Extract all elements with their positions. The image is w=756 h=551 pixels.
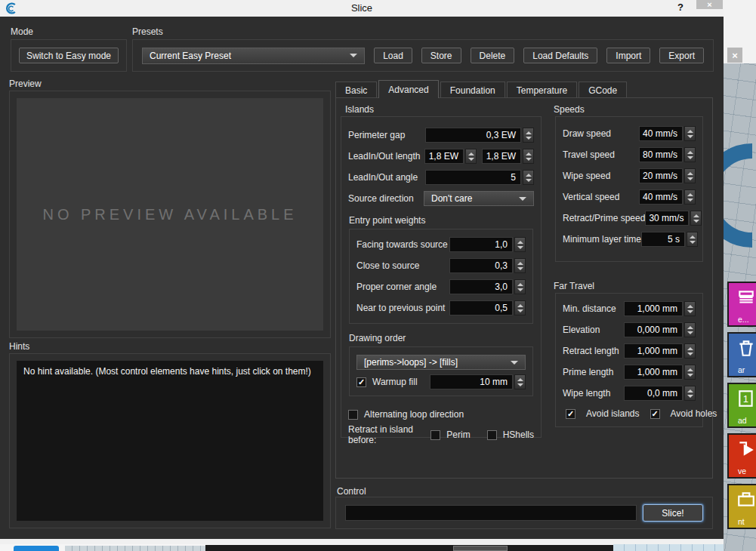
spinner-down-icon[interactable]: [690, 241, 696, 244]
leadinout-angle-field[interactable]: 5: [425, 170, 521, 185]
spinner-up-icon[interactable]: [687, 193, 693, 196]
spinner-down-icon[interactable]: [517, 309, 523, 312]
spinner-up-icon[interactable]: [526, 152, 532, 155]
retract-hshells-checkbox[interactable]: [487, 430, 497, 440]
min-layer-time-field[interactable]: 5 s: [641, 232, 685, 247]
warmup-fill-field[interactable]: 10 mm: [430, 374, 513, 389]
spinner-down-icon[interactable]: [526, 179, 532, 182]
tab-basic[interactable]: Basic: [335, 82, 377, 98]
corner-angle-spinner[interactable]: [514, 279, 526, 294]
spinner-down-icon[interactable]: [526, 158, 532, 161]
tab-gcode[interactable]: GCode: [579, 82, 627, 98]
load-defaults-button[interactable]: Load Defaults: [523, 48, 597, 63]
spinner-up-icon[interactable]: [687, 389, 693, 392]
alternating-loop-checkbox[interactable]: [348, 410, 358, 420]
spinner-up-icon[interactable]: [687, 326, 693, 329]
spinner-down-icon[interactable]: [687, 310, 693, 313]
spinner-up-icon[interactable]: [687, 305, 693, 308]
draw-speed-spinner[interactable]: [684, 126, 696, 141]
leadout-length-spinner[interactable]: [523, 149, 534, 164]
retract-prime-speed-spinner[interactable]: [690, 211, 702, 226]
spinner-down-icon[interactable]: [687, 135, 693, 138]
spinner-up-icon[interactable]: [690, 235, 696, 239]
spinner-down-icon[interactable]: [526, 137, 532, 140]
perimeter-gap-spinner[interactable]: [523, 128, 534, 143]
retract-perim-checkbox[interactable]: [430, 430, 440, 440]
spinner-up-icon[interactable]: [687, 172, 693, 175]
spinner-down-icon[interactable]: [693, 220, 699, 223]
spinner-up-icon[interactable]: [526, 174, 532, 177]
sidebar-save-button[interactable]: ve: [727, 433, 756, 479]
spinner-up-icon[interactable]: [517, 283, 523, 286]
spinner-down-icon[interactable]: [687, 177, 693, 180]
spinner-up-icon[interactable]: [468, 152, 474, 155]
tab-advanced[interactable]: Advanced: [378, 80, 438, 98]
export-button[interactable]: Export: [659, 48, 704, 63]
slice-button[interactable]: Slice!: [643, 504, 703, 522]
spinner-down-icon[interactable]: [687, 395, 693, 398]
retract-prime-speed-field[interactable]: 30 mm/s: [645, 211, 689, 226]
leadinout-angle-spinner[interactable]: [523, 170, 534, 185]
near-previous-field[interactable]: 0,5: [449, 300, 513, 316]
leadout-length-field[interactable]: 1,8 EW: [482, 149, 521, 164]
spinner-up-icon[interactable]: [687, 368, 693, 371]
vertical-speed-field[interactable]: 40 mm/s: [639, 189, 683, 205]
spinner-up-icon[interactable]: [687, 347, 693, 350]
warmup-fill-checkbox[interactable]: ✓: [356, 377, 366, 387]
preset-select[interactable]: Current Easy Preset: [142, 48, 365, 64]
travel-speed-spinner[interactable]: [684, 147, 696, 162]
spinner-down-icon[interactable]: [687, 374, 693, 377]
corner-angle-field[interactable]: 3,0: [449, 279, 513, 294]
draw-speed-field[interactable]: 40 mm/s: [639, 126, 683, 141]
vertical-speed-spinner[interactable]: [684, 189, 696, 205]
load-button[interactable]: Load: [374, 48, 412, 63]
min-distance-field[interactable]: 1,000 mm: [624, 301, 683, 316]
avoid-islands-checkbox[interactable]: ✓: [566, 409, 575, 419]
sidebar-print-button[interactable]: nt: [727, 484, 756, 529]
close-source-field[interactable]: 0,3: [449, 258, 513, 273]
drawing-order-select[interactable]: [perims->loops] -> [fills]: [356, 355, 526, 370]
sidebar-load-button[interactable]: 1 ad: [727, 383, 756, 428]
wipe-speed-field[interactable]: 20 mm/s: [639, 168, 683, 183]
spinner-down-icon[interactable]: [517, 383, 523, 386]
spinner-down-icon[interactable]: [517, 246, 523, 249]
tab-foundation[interactable]: Foundation: [440, 82, 505, 98]
switch-easy-mode-button[interactable]: Switch to Easy mode: [19, 48, 119, 63]
sidebar-clear-button[interactable]: ar: [727, 332, 756, 377]
source-direction-select[interactable]: Don't care: [424, 191, 534, 206]
min-distance-spinner[interactable]: [684, 301, 696, 316]
close-source-spinner[interactable]: [514, 258, 526, 273]
spinner-down-icon[interactable]: [517, 288, 523, 291]
tab-temperature[interactable]: Temperature: [507, 82, 577, 98]
spinner-up-icon[interactable]: [517, 241, 523, 244]
spinner-down-icon[interactable]: [687, 352, 693, 356]
prime-length-field[interactable]: 1,000 mm: [624, 365, 683, 380]
leadin-length-spinner[interactable]: [465, 149, 477, 164]
spinner-down-icon[interactable]: [468, 158, 474, 161]
spinner-up-icon[interactable]: [693, 214, 699, 217]
facing-source-field[interactable]: 1,0: [449, 237, 513, 252]
elevation-spinner[interactable]: [684, 322, 696, 337]
leadin-length-field[interactable]: 1,8 EW: [424, 149, 464, 164]
close-icon[interactable]: ×: [696, 0, 723, 9]
spinner-up-icon[interactable]: [517, 262, 523, 265]
near-previous-spinner[interactable]: [514, 300, 526, 316]
perimeter-gap-field[interactable]: 0,3 EW: [425, 128, 521, 143]
sidebar-slice-button[interactable]: e...: [727, 282, 756, 327]
retract-length-spinner[interactable]: [684, 343, 696, 359]
warmup-fill-spinner[interactable]: [514, 374, 526, 389]
spinner-down-icon[interactable]: [517, 267, 523, 270]
travel-speed-field[interactable]: 80 mm/s: [639, 147, 683, 162]
spinner-up-icon[interactable]: [687, 151, 693, 154]
wipe-speed-spinner[interactable]: [684, 168, 696, 183]
min-layer-time-spinner[interactable]: [687, 232, 698, 247]
retract-length-field[interactable]: 1,000 mm: [624, 343, 683, 359]
import-button[interactable]: Import: [606, 48, 650, 63]
delete-button[interactable]: Delete: [471, 48, 515, 63]
spinner-up-icon[interactable]: [517, 304, 523, 307]
spinner-down-icon[interactable]: [687, 156, 693, 159]
bottom-toolbar-button[interactable]: [453, 546, 508, 551]
prime-length-spinner[interactable]: [684, 365, 696, 380]
elevation-field[interactable]: 0,000 mm: [624, 322, 683, 337]
spinner-down-icon[interactable]: [687, 331, 693, 334]
